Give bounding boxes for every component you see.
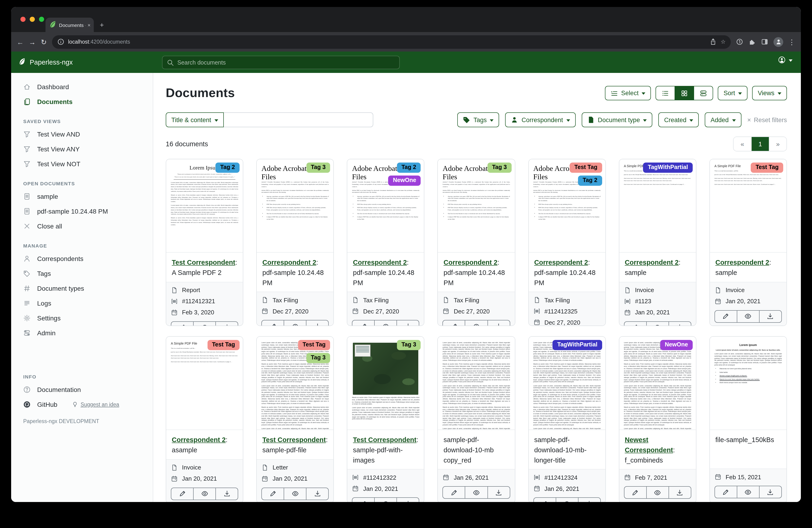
preview-button[interactable] [555,498,578,502]
sidebar-item-close-all[interactable]: Close all [11,219,153,233]
sidebar-item-admin[interactable]: Admin [11,326,153,340]
correspondent-filter-button[interactable]: Correspondent [505,112,576,127]
tag-badge[interactable]: Tag 2 [578,175,602,186]
sidebar-item-tags[interactable]: Tags [11,266,153,281]
document-thumbnail[interactable]: Adobe Acrobat PDF FilesAdobe® Portable D… [348,159,424,252]
preview-button[interactable] [284,488,306,499]
reset-filters-button[interactable]: ×Reset filters [747,116,787,124]
edit-button[interactable] [353,320,374,326]
download-button[interactable] [306,320,328,326]
document-type-filter-button[interactable]: Document type [581,112,653,127]
close-window-button[interactable] [20,17,26,22]
prev-page-button[interactable]: « [734,137,751,151]
preview-button[interactable] [465,320,487,326]
back-button[interactable]: ← [17,38,24,45]
document-thumbnail[interactable]: A Simple PDF FileThis is a small demonst… [710,159,786,252]
sidebar-item-test-view-and[interactable]: Test View AND [11,127,153,142]
tab-close-icon[interactable]: × [88,22,90,28]
download-button[interactable] [669,487,691,499]
correspondent-link[interactable]: Test Correspondent [353,436,417,443]
sidebar-item-document-types[interactable]: Document types [11,281,153,296]
correspondent-link[interactable]: Correspondent 2 [534,259,588,266]
traffic-lights[interactable] [20,17,44,22]
added-filter-button[interactable]: Added [705,112,741,127]
document-title[interactable]: Test Correspondent: A Sample PDF 2 [166,252,243,282]
tag-badge[interactable]: Test Tag [751,162,783,173]
document-thumbnail[interactable]: Lorem ipsum dolor sit amet, consectetur … [257,337,333,430]
preview-button[interactable] [646,322,669,326]
edit-button[interactable] [624,487,646,499]
document-title[interactable]: Correspondent 2: pdf-sample 10.24.48 PM [348,252,424,292]
preview-button[interactable] [193,488,215,499]
view-list-button[interactable] [656,86,675,100]
tag-badge[interactable]: Test Tag [207,340,240,350]
sidebar-item-dashboard[interactable]: Dashboard [11,80,153,94]
sidebar-item-correspondents[interactable]: Correspondents [11,251,153,266]
preview-button[interactable] [284,320,306,326]
edit-button[interactable] [443,487,465,499]
search-input[interactable] [177,59,395,66]
download-button[interactable] [215,488,238,499]
document-thumbnail[interactable]: Lorem ipsum dolor sit amet, consectetur … [528,337,605,430]
sidebar-item-sample[interactable]: sample [11,189,153,204]
download-button[interactable] [487,320,509,326]
edit-button[interactable] [262,488,284,499]
sidebar-item-documents[interactable]: Documents [11,94,153,109]
sidebar-item-settings[interactable]: Settings [11,311,153,326]
document-thumbnail[interactable]: A Simple PDF FileThis is a small demonst… [619,159,696,252]
correspondent-link[interactable]: Test Correspondent [262,436,326,443]
correspondent-link[interactable]: Correspondent 2 [172,436,226,443]
correspondent-link[interactable]: Correspondent 2 [353,259,407,266]
document-title[interactable]: Correspondent 2: asample [166,430,243,459]
document-thumbnail[interactable]: A Simple PDF FileThis is a small demonst… [166,337,243,430]
download-button[interactable] [306,488,328,499]
sidebar-link-suggest-an-idea[interactable]: Suggest an idea [72,401,119,408]
select-button[interactable]: Select [605,86,651,100]
tag-badge[interactable]: TagWithPartial [552,340,602,350]
document-title[interactable]: Test Correspondent: sample-pdf-with-imag… [348,430,424,469]
user-menu[interactable] [778,56,793,63]
document-title[interactable]: Correspondent 2: sample [619,252,696,282]
browser-menu-kebab-icon[interactable]: ⋮ [788,38,795,45]
edit-button[interactable] [624,322,646,326]
preview-button[interactable] [646,487,669,499]
document-thumbnail[interactable]: Adobe Acrobat PDF FilesAdobe® Portable D… [528,159,605,252]
sidebar-item-logs[interactable]: Logs [11,296,153,311]
preview-button[interactable] [193,322,215,326]
sidebar-item-pdf-sample-10-24-48-pm[interactable]: pdf-sample 10.24.48 PM [11,204,153,219]
download-button[interactable] [759,486,781,498]
zoom-window-button[interactable] [39,17,44,22]
edit-button[interactable] [353,498,374,502]
document-thumbnail[interactable]: Lorem ipsumLorem ipsum dolor sit amet, c… [710,337,786,430]
document-title[interactable]: Correspondent 2: pdf-sample 10.24.48 PM [438,252,514,292]
tag-badge[interactable]: Tag 3 [397,340,421,350]
views-button[interactable]: Views [752,86,787,100]
document-title[interactable]: Correspondent 2: sample [710,252,786,282]
sidebar-item-documentation[interactable]: Documentation [11,382,153,397]
tag-badge[interactable]: NewOne [660,340,693,350]
tag-badge[interactable]: Test Tag [570,162,602,173]
password-manager-icon[interactable] [736,38,743,45]
tag-badge[interactable]: Tag 3 [488,162,511,173]
sidebar-item-test-view-any[interactable]: Test View ANY [11,142,153,157]
correspondent-link[interactable]: Test Correspondent [172,259,235,266]
bookmark-star-icon[interactable]: ☆ [721,39,726,45]
edit-button[interactable] [534,498,555,502]
minimize-window-button[interactable] [30,17,35,22]
side-panel-icon[interactable] [761,38,768,45]
title-content-input[interactable] [224,112,373,127]
edit-button[interactable] [171,488,193,499]
tag-badge[interactable]: Tag 2 [216,162,240,173]
document-thumbnail[interactable]: Lorem ipsum dolor sit amet, consectetur … [619,337,696,430]
tag-badge[interactable]: Tag 2 [397,162,421,173]
title-content-dropdown-button[interactable]: Title & content [166,112,224,127]
view-cards-button[interactable] [694,86,713,100]
page-1-button[interactable]: 1 [751,137,769,151]
reload-button[interactable]: ↻ [41,38,47,45]
correspondent-link[interactable]: Correspondent 2 [444,259,497,266]
document-title[interactable]: sample-pdf-download-10-mb-longer-title [528,430,605,469]
tag-badge[interactable]: TagWithPartial [643,162,693,173]
tags-filter-button[interactable]: Tags [457,112,499,127]
tag-badge[interactable]: Test Tag [298,340,330,350]
tag-badge[interactable]: Tag 3 [306,162,330,173]
